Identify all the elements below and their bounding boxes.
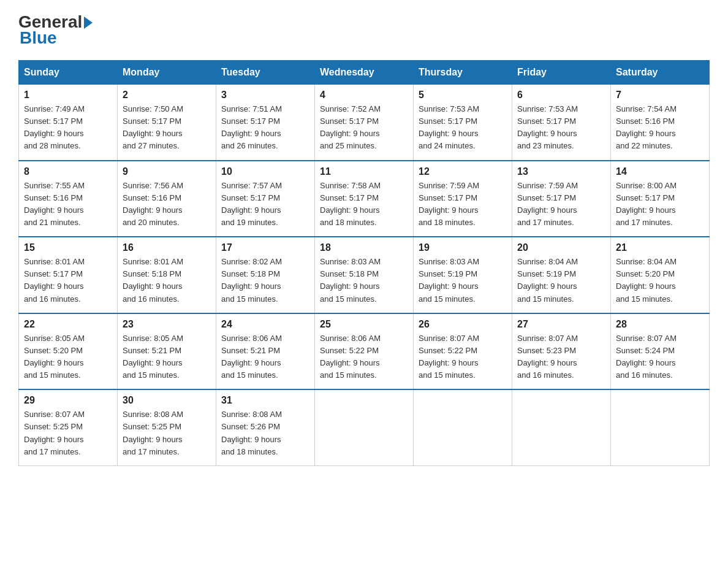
- calendar-day-cell: [315, 389, 414, 465]
- day-info: Sunrise: 7:58 AM Sunset: 5:17 PM Dayligh…: [320, 180, 408, 229]
- day-info: Sunrise: 8:05 AM Sunset: 5:20 PM Dayligh…: [24, 332, 112, 382]
- day-number: 6: [517, 90, 605, 101]
- calendar-day-cell: 15 Sunrise: 8:01 AM Sunset: 5:17 PM Dayl…: [19, 237, 118, 313]
- day-info: Sunrise: 7:53 AM Sunset: 5:17 PM Dayligh…: [419, 103, 507, 153]
- day-info: Sunrise: 7:51 AM Sunset: 5:17 PM Dayligh…: [221, 103, 309, 153]
- calendar-day-cell: 24 Sunrise: 8:06 AM Sunset: 5:21 PM Dayl…: [216, 313, 315, 390]
- calendar-day-cell: [414, 389, 512, 465]
- calendar-day-cell: 1 Sunrise: 7:49 AM Sunset: 5:17 PM Dayli…: [19, 85, 118, 161]
- day-number: 25: [320, 319, 408, 330]
- day-info: Sunrise: 8:05 AM Sunset: 5:21 PM Dayligh…: [123, 332, 211, 382]
- calendar-day-cell: 13 Sunrise: 7:59 AM Sunset: 5:17 PM Dayl…: [512, 161, 611, 237]
- day-of-week-header: Monday: [118, 61, 216, 85]
- day-info: Sunrise: 8:01 AM Sunset: 5:17 PM Dayligh…: [24, 256, 112, 305]
- day-info: Sunrise: 8:04 AM Sunset: 5:19 PM Dayligh…: [517, 256, 605, 305]
- day-number: 15: [24, 242, 112, 253]
- calendar-day-cell: 4 Sunrise: 7:52 AM Sunset: 5:17 PM Dayli…: [315, 85, 414, 161]
- calendar-day-cell: 28 Sunrise: 8:07 AM Sunset: 5:24 PM Dayl…: [611, 313, 710, 390]
- day-number: 1: [24, 90, 112, 101]
- day-info: Sunrise: 8:08 AM Sunset: 5:26 PM Dayligh…: [221, 408, 309, 458]
- day-info: Sunrise: 8:03 AM Sunset: 5:18 PM Dayligh…: [320, 256, 408, 305]
- calendar-day-cell: 19 Sunrise: 8:03 AM Sunset: 5:19 PM Dayl…: [414, 237, 512, 313]
- day-number: 11: [320, 166, 408, 177]
- calendar-week-row: 29 Sunrise: 8:07 AM Sunset: 5:25 PM Dayl…: [19, 389, 710, 465]
- calendar-week-row: 1 Sunrise: 7:49 AM Sunset: 5:17 PM Dayli…: [19, 85, 710, 161]
- calendar-header: SundayMondayTuesdayWednesdayThursdayFrid…: [19, 61, 710, 85]
- calendar-day-cell: 16 Sunrise: 8:01 AM Sunset: 5:18 PM Dayl…: [118, 237, 216, 313]
- day-number: 31: [221, 395, 309, 406]
- logo-triangle-icon: [84, 17, 93, 29]
- day-info: Sunrise: 7:50 AM Sunset: 5:17 PM Dayligh…: [123, 103, 211, 153]
- page-header: General Blue: [18, 12, 710, 48]
- day-number: 18: [320, 242, 408, 253]
- day-number: 29: [24, 395, 112, 406]
- day-info: Sunrise: 7:57 AM Sunset: 5:17 PM Dayligh…: [221, 180, 309, 229]
- calendar-day-cell: 14 Sunrise: 8:00 AM Sunset: 5:17 PM Dayl…: [611, 161, 710, 237]
- day-number: 20: [517, 242, 605, 253]
- day-number: 26: [419, 319, 507, 330]
- day-number: 3: [221, 90, 309, 101]
- day-number: 23: [123, 319, 211, 330]
- day-number: 4: [320, 90, 408, 101]
- calendar-week-row: 22 Sunrise: 8:05 AM Sunset: 5:20 PM Dayl…: [19, 313, 710, 390]
- day-info: Sunrise: 8:07 AM Sunset: 5:24 PM Dayligh…: [616, 332, 704, 382]
- day-number: 7: [616, 90, 704, 101]
- day-info: Sunrise: 7:52 AM Sunset: 5:17 PM Dayligh…: [320, 103, 408, 153]
- calendar-day-cell: 21 Sunrise: 8:04 AM Sunset: 5:20 PM Dayl…: [611, 237, 710, 313]
- calendar-day-cell: 20 Sunrise: 8:04 AM Sunset: 5:19 PM Dayl…: [512, 237, 611, 313]
- day-number: 5: [419, 90, 507, 101]
- calendar-day-cell: 29 Sunrise: 8:07 AM Sunset: 5:25 PM Dayl…: [19, 389, 118, 465]
- day-of-week-header: Sunday: [19, 61, 118, 85]
- calendar-week-row: 15 Sunrise: 8:01 AM Sunset: 5:17 PM Dayl…: [19, 237, 710, 313]
- calendar-day-cell: 2 Sunrise: 7:50 AM Sunset: 5:17 PM Dayli…: [118, 85, 216, 161]
- calendar-day-cell: 9 Sunrise: 7:56 AM Sunset: 5:16 PM Dayli…: [118, 161, 216, 237]
- calendar-day-cell: 7 Sunrise: 7:54 AM Sunset: 5:16 PM Dayli…: [611, 85, 710, 161]
- day-info: Sunrise: 8:06 AM Sunset: 5:22 PM Dayligh…: [320, 332, 408, 382]
- calendar-day-cell: 27 Sunrise: 8:07 AM Sunset: 5:23 PM Dayl…: [512, 313, 611, 390]
- calendar-day-cell: 25 Sunrise: 8:06 AM Sunset: 5:22 PM Dayl…: [315, 313, 414, 390]
- calendar-day-cell: 17 Sunrise: 8:02 AM Sunset: 5:18 PM Dayl…: [216, 237, 315, 313]
- day-info: Sunrise: 8:08 AM Sunset: 5:25 PM Dayligh…: [123, 408, 211, 458]
- day-number: 13: [517, 166, 605, 177]
- day-of-week-header: Wednesday: [315, 61, 414, 85]
- day-number: 22: [24, 319, 112, 330]
- calendar-day-cell: 30 Sunrise: 8:08 AM Sunset: 5:25 PM Dayl…: [118, 389, 216, 465]
- day-info: Sunrise: 8:07 AM Sunset: 5:23 PM Dayligh…: [517, 332, 605, 382]
- calendar-day-cell: 31 Sunrise: 8:08 AM Sunset: 5:26 PM Dayl…: [216, 389, 315, 465]
- calendar-table: SundayMondayTuesdayWednesdayThursdayFrid…: [18, 60, 710, 466]
- calendar-day-cell: 22 Sunrise: 8:05 AM Sunset: 5:20 PM Dayl…: [19, 313, 118, 390]
- day-number: 28: [616, 319, 704, 330]
- day-of-week-header: Thursday: [414, 61, 512, 85]
- calendar-day-cell: 12 Sunrise: 7:59 AM Sunset: 5:17 PM Dayl…: [414, 161, 512, 237]
- calendar-day-cell: 8 Sunrise: 7:55 AM Sunset: 5:16 PM Dayli…: [19, 161, 118, 237]
- calendar-day-cell: 3 Sunrise: 7:51 AM Sunset: 5:17 PM Dayli…: [216, 85, 315, 161]
- calendar-day-cell: 6 Sunrise: 7:53 AM Sunset: 5:17 PM Dayli…: [512, 85, 611, 161]
- day-info: Sunrise: 8:07 AM Sunset: 5:25 PM Dayligh…: [24, 408, 112, 458]
- day-of-week-header: Tuesday: [216, 61, 315, 85]
- calendar-day-cell: 11 Sunrise: 7:58 AM Sunset: 5:17 PM Dayl…: [315, 161, 414, 237]
- logo-blue-part: Blue: [20, 28, 57, 48]
- day-info: Sunrise: 7:53 AM Sunset: 5:17 PM Dayligh…: [517, 103, 605, 153]
- day-info: Sunrise: 7:56 AM Sunset: 5:16 PM Dayligh…: [123, 180, 211, 229]
- day-number: 14: [616, 166, 704, 177]
- calendar-day-cell: [512, 389, 611, 465]
- day-number: 19: [419, 242, 507, 253]
- day-number: 24: [221, 319, 309, 330]
- calendar-day-cell: 23 Sunrise: 8:05 AM Sunset: 5:21 PM Dayl…: [118, 313, 216, 390]
- calendar-week-row: 8 Sunrise: 7:55 AM Sunset: 5:16 PM Dayli…: [19, 161, 710, 237]
- day-number: 12: [419, 166, 507, 177]
- day-number: 17: [221, 242, 309, 253]
- day-info: Sunrise: 8:01 AM Sunset: 5:18 PM Dayligh…: [123, 256, 211, 305]
- day-number: 21: [616, 242, 704, 253]
- day-number: 27: [517, 319, 605, 330]
- day-info: Sunrise: 7:59 AM Sunset: 5:17 PM Dayligh…: [419, 180, 507, 229]
- calendar-day-cell: 26 Sunrise: 8:07 AM Sunset: 5:22 PM Dayl…: [414, 313, 512, 390]
- calendar-day-cell: 10 Sunrise: 7:57 AM Sunset: 5:17 PM Dayl…: [216, 161, 315, 237]
- day-info: Sunrise: 7:49 AM Sunset: 5:17 PM Dayligh…: [24, 103, 112, 153]
- logo-line2: Blue: [18, 28, 57, 48]
- day-info: Sunrise: 8:06 AM Sunset: 5:21 PM Dayligh…: [221, 332, 309, 382]
- day-number: 8: [24, 166, 112, 177]
- day-info: Sunrise: 7:59 AM Sunset: 5:17 PM Dayligh…: [517, 180, 605, 229]
- calendar-day-cell: 5 Sunrise: 7:53 AM Sunset: 5:17 PM Dayli…: [414, 85, 512, 161]
- day-number: 9: [123, 166, 211, 177]
